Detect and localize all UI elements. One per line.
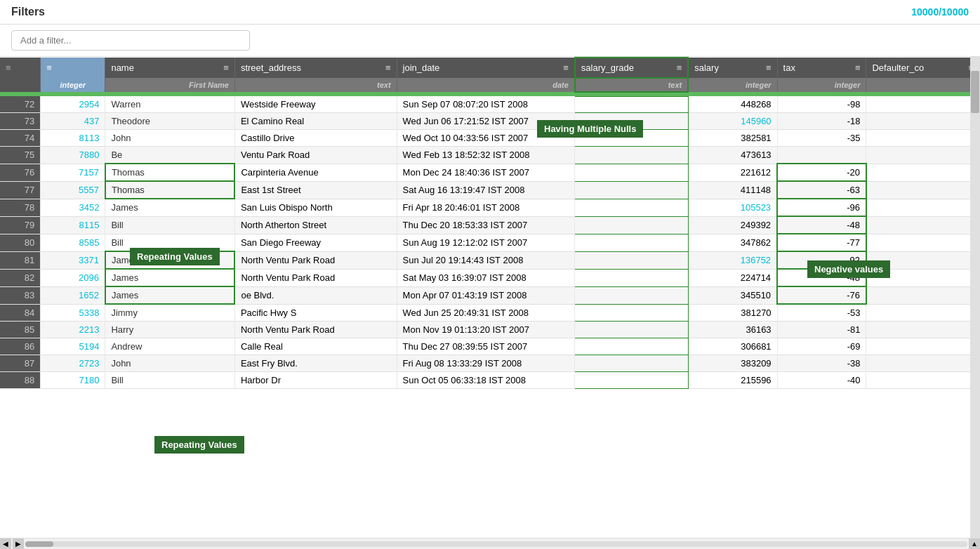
vertical-scroll-thumb[interactable] [971,71,979,113]
cell-date: Wed Feb 13 18:52:32 IST 2008 [397,147,575,164]
type-name: First Name [105,78,235,92]
cell-name: Bill [105,372,235,389]
cell-salary-grade [575,199,688,216]
cell-name: Thomas [105,181,235,199]
scroll-thumb[interactable] [25,541,53,547]
cell-date: Fri Aug 08 13:33:29 IST 2008 [397,355,575,372]
cell-salary-grade [575,355,688,372]
cell-date: Wed Jun 06 17:21:52 IST 2007 [397,113,575,130]
cell-defaulter [866,355,980,372]
col-header-street[interactable]: street_address ≡ [234,58,397,78]
cell-tax: -48 [777,216,866,234]
cell-date: Sat May 03 16:39:07 IST 2008 [397,269,575,286]
cell-date: Mon Apr 07 01:43:19 IST 2008 [397,286,575,304]
type-rownum [0,78,41,92]
col-menu-tax[interactable]: ≡ [855,62,861,73]
col-header-salary[interactable]: salary ≡ [688,58,777,78]
vertical-scrollbar[interactable] [970,57,980,538]
col-header-rownum[interactable]: ≡ [0,58,41,78]
scroll-up-btn[interactable]: ▲ [969,538,980,550]
cell-name: Jimmy [105,304,235,322]
cell-tax: -38 [777,355,866,372]
cell-salary-grade [575,130,688,147]
cell-salary: 381270 [688,304,777,322]
cell-street: Castillo Drive [234,130,397,147]
filter-input[interactable] [11,30,250,51]
cell-street: North Ventu Park Road [234,269,397,286]
cell-rownum: 85 [0,322,41,338]
cell-tax [777,147,866,164]
cell-salary-grade [575,181,688,199]
type-header-row: integer First Name text date text intege… [0,78,980,92]
table-container[interactable]: Repeating Values Repeating Values Having… [0,57,980,538]
cell-rownum: 87 [0,355,41,372]
cell-name: Warren [105,96,235,113]
cell-rownum: 86 [0,338,41,355]
cell-salary: 345510 [688,286,777,304]
table-row: 813371JamesNorth Ventu Park RoadSun Jul … [0,251,980,269]
cell-defaulter [866,251,980,269]
col-menu-salary-grade[interactable]: ≡ [677,62,682,73]
col-header-date[interactable]: join_date ≡ [397,58,575,78]
scroll-right-btn[interactable]: ▶ [13,538,24,550]
table-row: 757880BeVentu Park RoadWed Feb 13 18:52:… [0,147,980,164]
col-header-tax[interactable]: tax ≡ [777,58,866,78]
cell-int: 437 [41,113,105,130]
cell-salary: 221612 [688,164,777,181]
cell-street: Carpinteria Avenue [234,164,397,181]
cell-street: East Fry Blvd. [234,355,397,372]
cell-defaulter [866,147,980,164]
cell-int: 2096 [41,269,105,286]
cell-salary-grade [575,322,688,338]
cell-tax: -96 [777,199,866,216]
table-row: 798115BillNorth Atherton StreetThu Dec 2… [0,216,980,234]
cell-defaulter [866,234,980,251]
cell-rownum: 83 [0,286,41,304]
cell-int: 3452 [41,199,105,216]
cell-salary-grade [575,304,688,322]
cell-street: Harbor Dr [234,372,397,389]
col-header-salary-grade[interactable]: salary_grade ≡ [575,58,688,78]
col-menu-salary[interactable]: ≡ [766,62,772,73]
cell-date: Sat Aug 16 13:19:47 IST 2008 [397,181,575,199]
cell-salary: 145960 [688,113,777,130]
cell-name: John [105,130,235,147]
cell-tax: -18 [777,113,866,130]
cell-date: Thu Dec 27 08:39:55 IST 2007 [397,338,575,355]
cell-salary-grade [575,251,688,269]
bottom-scrollbar[interactable]: ◀ ▶ ▲ [0,538,980,549]
cell-tax: -76 [777,286,866,304]
col-header-defaulter[interactable]: Defaulter_co ≡ [866,58,980,78]
cell-salary-grade [575,338,688,355]
scroll-track[interactable] [25,541,967,547]
table-row: 865194AndrewCalle RealThu Dec 27 08:39:5… [0,338,980,355]
table-row: 852213HarryNorth Ventu Park RoadMon Nov … [0,322,980,338]
cell-tax: -63 [777,181,866,199]
cell-defaulter [866,216,980,234]
table-row: 872723JohnEast Fry Blvd.Fri Aug 08 13:33… [0,355,980,372]
cell-date: Wed Oct 10 04:33:56 IST 2007 [397,130,575,147]
cell-rownum: 79 [0,216,41,234]
cell-tax: -92 [777,251,866,269]
cell-salary: 136752 [688,251,777,269]
annotation-repeating-values-2: Repeating Values [154,436,244,454]
cell-int: 8115 [41,216,105,234]
table-row: 783452JamesSan Luis Obispo NorthFri Apr … [0,199,980,216]
cell-rownum: 84 [0,304,41,322]
cell-salary: 448268 [688,96,777,113]
scroll-left-btn[interactable]: ◀ [0,538,11,550]
col-header-int[interactable]: ≡ [41,58,105,78]
cell-tax: -35 [777,130,866,147]
cell-salary-grade [575,269,688,286]
cell-rownum: 75 [0,147,41,164]
col-menu-name[interactable]: ≡ [223,62,229,73]
cell-rownum: 77 [0,181,41,199]
table-row: 775557ThomasEast 1st StreetSat Aug 16 13… [0,181,980,199]
cell-street: Ventu Park Road [234,147,397,164]
col-menu-date[interactable]: ≡ [563,62,569,73]
col-menu-street[interactable]: ≡ [385,62,391,73]
cell-date: Sun Sep 07 08:07:20 IST 2008 [397,96,575,113]
cell-tax: -69 [777,338,866,355]
cell-defaulter [866,269,980,286]
col-header-name[interactable]: name ≡ [105,58,235,78]
